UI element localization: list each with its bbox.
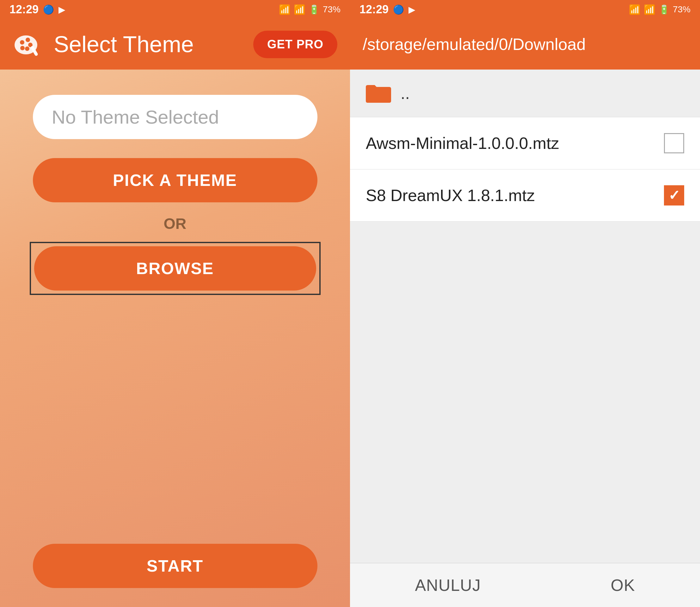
battery-status-left: 🔋 [309, 4, 320, 15]
time-left: 12:29 [9, 3, 39, 16]
file-name: Awsm-Minimal-1.0.0.0.mtz [366, 134, 658, 153]
ok-button[interactable]: OK [592, 569, 654, 601]
file-path: /storage/emulated/0/Download [363, 35, 585, 54]
top-bar-right: /storage/emulated/0/Download [350, 19, 700, 69]
svg-point-1 [20, 40, 24, 45]
left-content: No Theme Selected PICK A THEME OR BROWSE… [0, 69, 350, 607]
notif-icon-4: ▶ [409, 4, 415, 15]
file-name: S8 DreamUX 1.8.1.mtz [366, 186, 658, 205]
theme-placeholder: No Theme Selected [52, 106, 219, 128]
file-list: .. Awsm-Minimal-1.0.0.0.mtzS8 DreamUX 1.… [350, 69, 700, 316]
browse-wrapper: BROWSE [30, 242, 321, 295]
folder-row[interactable]: .. [350, 69, 700, 117]
right-content: .. Awsm-Minimal-1.0.0.0.mtzS8 DreamUX 1.… [350, 69, 700, 607]
checkmark-icon: ✓ [668, 188, 680, 202]
time-right: 12:29 [359, 3, 389, 16]
status-bar-left: 12:29 🔵 ▶ 📶 📶 🔋 73% [0, 0, 350, 19]
start-button[interactable]: START [33, 544, 317, 588]
status-bar-right: 12:29 🔵 ▶ 📶 📶 🔋 73% [350, 0, 700, 19]
wifi-status-icon-right: 📶 [629, 4, 641, 15]
start-btn-label: START [147, 557, 203, 575]
file-rows: Awsm-Minimal-1.0.0.0.mtzS8 DreamUX 1.8.1… [350, 117, 700, 222]
bottom-bar: ANULUJ OK [350, 563, 700, 607]
pick-theme-button[interactable]: PICK A THEME [33, 158, 317, 202]
cancel-button[interactable]: ANULUJ [396, 569, 499, 601]
file-checkbox[interactable]: ✓ [664, 185, 684, 206]
battery-status-right: 🔋 [659, 4, 670, 15]
battery-pct-left: 73% [323, 4, 341, 15]
signal-icon: 📶 [294, 4, 305, 15]
theme-selector-display: No Theme Selected [33, 95, 317, 139]
get-pro-button[interactable]: GET PRO [253, 31, 337, 58]
svg-point-5 [20, 46, 25, 50]
parent-folder-label: .. [400, 84, 410, 103]
app-title: Select Theme [54, 31, 244, 57]
list-item[interactable]: S8 DreamUX 1.8.1.mtz✓ [350, 169, 700, 222]
right-panel: 12:29 🔵 ▶ 📶 📶 🔋 73% /storage/emulated/0/… [350, 0, 700, 607]
folder-icon [366, 82, 391, 104]
app-icon [13, 28, 44, 60]
browse-button[interactable]: BROWSE [34, 246, 316, 291]
notif-icon-1: 🔵 [43, 4, 54, 15]
top-bar-left: Select Theme GET PRO [0, 19, 350, 69]
pick-btn-label: PICK A THEME [113, 171, 237, 190]
wifi-status-icon: 📶 [279, 4, 291, 15]
notif-icon-3: 🔵 [393, 4, 404, 15]
notif-icon-2: ▶ [59, 4, 65, 15]
battery-pct-right: 73% [673, 4, 691, 15]
or-divider: OR [164, 215, 187, 232]
signal-icon-right: 📶 [644, 4, 655, 15]
svg-point-4 [25, 46, 29, 51]
list-item[interactable]: Awsm-Minimal-1.0.0.0.mtz [350, 117, 700, 169]
svg-point-2 [26, 38, 30, 42]
browse-btn-label: BROWSE [136, 259, 214, 278]
left-panel: 12:29 🔵 ▶ 📶 📶 🔋 73% Select Theme GET PRO [0, 0, 350, 607]
file-checkbox[interactable] [664, 133, 684, 153]
